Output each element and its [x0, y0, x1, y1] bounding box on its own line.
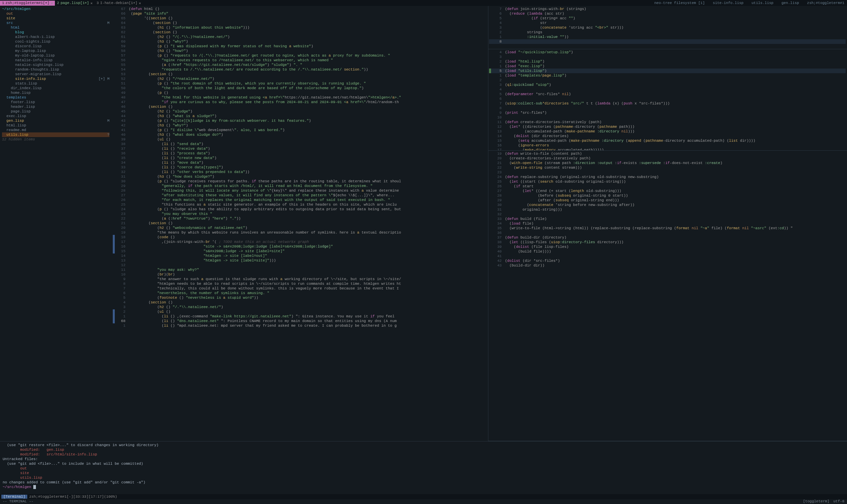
code-line[interactable]: 5(defparameter *src-files* nil) — [489, 92, 846, 96]
code-line[interactable]: 3 — [489, 55, 846, 59]
code-line[interactable]: 65 '((section () — [113, 16, 487, 21]
code-line[interactable]: 1(load "exec.lisp") — [489, 64, 846, 69]
code-line[interactable]: 1 (li () ,(exec-command "make-link https… — [113, 314, 487, 319]
code-line[interactable]: 4 (section () — [113, 300, 487, 305]
code-line[interactable]: 43 (p () "s[ite][k]ludge is my from-scra… — [113, 119, 487, 123]
code-line[interactable]: 25 (let ((start (search old-substring or… — [489, 179, 846, 184]
code-line[interactable]: 37(defun build-dir (directory) — [489, 235, 846, 240]
code-line[interactable]: 6 (reduce (lambda (acc str) — [489, 11, 846, 16]
buffer-tab[interactable]: 1 zsh;#toggleterm#1[+] ✕ — [0, 1, 55, 6]
code-line[interactable]: 67(defun html () — [113, 7, 487, 11]
editor-pane-utils[interactable]: 7(defun join-strings-with-br (strings)6 … — [488, 6, 847, 49]
code-line[interactable]: 10 — [489, 115, 846, 120]
tree-item[interactable]: albert-hack-1.lisp — [2, 35, 109, 39]
code-line[interactable]: 24(defun replace-substring (original-str… — [489, 175, 846, 179]
code-line[interactable]: 29 (after (subseq original-string end))) — [489, 198, 846, 203]
code-line[interactable]: 12 (let* ((directories (pathname-directo… — [489, 124, 846, 129]
code-line[interactable]: 3 (concatenate 'string acc "<br>" str))) — [489, 25, 846, 30]
code-line[interactable]: 58 (h3 () "how?") — [113, 49, 487, 53]
code-line[interactable]: 63 (h1 () "information about this websit… — [113, 25, 487, 30]
code-line[interactable]: 6 "nevertheless, the number of symlinks … — [113, 291, 487, 295]
code-line[interactable]: 13 "htmlgen -> site [label=site]"))) — [113, 258, 487, 263]
code-line[interactable]: 45 (h2 () "sludge") — [113, 109, 487, 114]
code-line[interactable]: 26 "for each match, it replaces the orig… — [113, 198, 487, 202]
buffer-tab[interactable]: 3 I-hate-debian[1+] ✕ — [94, 1, 143, 6]
code-line[interactable]: 25 "this functions as a static site gene… — [113, 202, 487, 207]
tree-item[interactable]: site — [2, 16, 109, 21]
code-line[interactable]: 31 original-string))) — [489, 207, 846, 212]
code-line[interactable]: 20 (h2 () "webocodynamics of natalieee.n… — [113, 226, 487, 230]
tree-item[interactable]: my-old-laptop.lisp — [2, 53, 109, 58]
code-line[interactable]: 30 (concatenate 'string before new-subst… — [489, 203, 846, 207]
code-line[interactable]: 62 (section () — [113, 30, 487, 35]
code-line[interactable]: 8 — [489, 106, 846, 110]
code-line[interactable]: 5 (footnote () "nevertheless is a stupid… — [113, 295, 487, 300]
code-line[interactable]: 9(print *src-files*) — [489, 110, 846, 115]
code-line[interactable]: 47 "if you are curious as to why, please… — [113, 100, 487, 105]
tree-item[interactable]: home.lisp — [2, 90, 109, 95]
code-line[interactable]: 5 (if (string= acc "") — [489, 16, 846, 21]
code-line[interactable]: 36 — [489, 231, 846, 235]
code-line[interactable]: 34 (load file) — [489, 221, 846, 226]
code-line[interactable]: 59 (p () "I was displeased with my forme… — [113, 44, 487, 49]
code-line[interactable]: 43 (build-dir dir)) — [489, 263, 846, 268]
code-line[interactable]: 4(load "~/quicklisp/setup.lisp") — [489, 50, 846, 55]
tree-item[interactable]: cool-sights.lisp — [2, 39, 109, 44]
code-line[interactable]: 7(uiop:collect-sub*directories "src/" t … — [489, 101, 846, 106]
code-line[interactable]: 14 "htmlgen -> site [label=out]" — [113, 253, 487, 258]
code-line[interactable]: 10 (br)(br) — [113, 272, 487, 277]
terminal-pane[interactable]: (use "git restore <file>..." to discard … — [0, 441, 847, 499]
code-line[interactable]: 24 (p () "sludge also has the ability to… — [113, 207, 487, 212]
tree-item[interactable]: html.lisp — [2, 123, 109, 128]
code-line[interactable]: 48 "the html for this website is generat… — [113, 95, 487, 100]
code-line[interactable]: 40 (build file)))) — [489, 249, 846, 254]
file-tree-sidebar[interactable]: ~/src/htmlgen out site src M html blog a… — [0, 6, 111, 441]
tree-item[interactable]: my-laptop.lisp — [2, 49, 109, 53]
code-line[interactable]: 64 (section () — [113, 21, 487, 25]
tree-item[interactable]: discord.lisp — [2, 44, 109, 49]
code-line[interactable]: 23 "you may observe this " — [113, 212, 487, 216]
code-line[interactable]: 17 (make-directory accumulated-path))))) — [489, 148, 846, 151]
code-line[interactable]: 56 "nginx routes requests to /^natalieee… — [113, 58, 487, 62]
code-line[interactable]: 1(load "templates/page.lisp") — [489, 73, 846, 78]
code-line[interactable]: 16 (ignore-errors — [489, 143, 846, 148]
code-line[interactable]: 68 (li () "dns.natalieee.net" ": Pointle… — [113, 319, 487, 323]
code-line[interactable]: 1 (li () "mpd.natalieee.net: mpd server … — [113, 323, 487, 328]
code-line[interactable]: 35 (li () "create new data") — [113, 156, 487, 160]
code-line[interactable]: 39 (dolist (file lisp-files) — [489, 245, 846, 249]
code-line[interactable]: 15 "s&#x200B;ludge -> site [label=site]" — [113, 249, 487, 253]
code-line[interactable]: 37 (li () "receive data") — [113, 146, 487, 151]
code-line[interactable]: 44 (h3 () "what is a sludge?") — [113, 114, 487, 119]
code-line[interactable]: 42 (h3 () "why?") — [113, 123, 487, 128]
code-line[interactable]: 3(ql:quickload "uiop") — [489, 83, 846, 87]
code-line[interactable]: 16 "site -> s&#x200B;ludge:ludge [label=… — [113, 244, 487, 249]
code-line[interactable]: 41 — [489, 254, 846, 258]
code-line[interactable]: 55 (a (:href "https://git.natalieee.net/… — [113, 62, 487, 67]
buffer-tab[interactable]: 2 page.lisp[1+] ✕ — [55, 1, 94, 6]
code-line[interactable]: 35 (write-to-file (html->string (html)) … — [489, 226, 846, 231]
code-line[interactable]: 9 "the answer to such a question is that… — [113, 277, 487, 282]
code-line[interactable]: 51 (p () "the root domain of this websit… — [113, 81, 487, 86]
tree-item[interactable]: header.lisp — [2, 105, 109, 109]
tree-root[interactable]: ~/src/htmlgen — [2, 7, 109, 11]
code-line[interactable]: 8 "htmlgen needs to be able to read scri… — [113, 282, 487, 286]
code-line[interactable]: 52 (h2 () "/^natalieee.net/") — [113, 76, 487, 81]
code-line[interactable]: 19(defun write-to-file (content path) — [489, 151, 846, 156]
code-line[interactable]: 13 (accumulated-path (make-pathname :dir… — [489, 129, 846, 134]
close-icon[interactable]: ✕ — [90, 1, 93, 5]
code-line[interactable]: 39 (ul () — [113, 137, 487, 142]
tree-item[interactable]: src M — [2, 21, 109, 25]
code-line[interactable]: 32 — [489, 212, 846, 217]
tree-item[interactable]: natalie-info.lisp — [2, 58, 109, 62]
code-line[interactable]: 28 (before (subseq original-string 0 sta… — [489, 193, 846, 198]
code-line[interactable]: 4 — [489, 87, 846, 92]
code-line[interactable]: 40 (h3 () "what does sludge do?") — [113, 132, 487, 137]
code-line[interactable]: 27 (let* ((end (+ start (length old-subs… — [489, 188, 846, 193]
code-line[interactable]: 20 (create-directories-iteratively path) — [489, 156, 846, 161]
tree-item[interactable]: templates — [2, 95, 109, 100]
code-line[interactable]: 7 "technically, this could all be done w… — [113, 286, 487, 291]
tree-item[interactable]: readme.md — [2, 128, 109, 132]
editor-pane-gen-top[interactable]: 4(load "~/quicklisp/setup.lisp")32(load … — [488, 49, 847, 151]
code-line[interactable]: 23 — [489, 170, 846, 175]
code-line[interactable]: 15 (setq accumulated-path (make-pathname… — [489, 138, 846, 143]
